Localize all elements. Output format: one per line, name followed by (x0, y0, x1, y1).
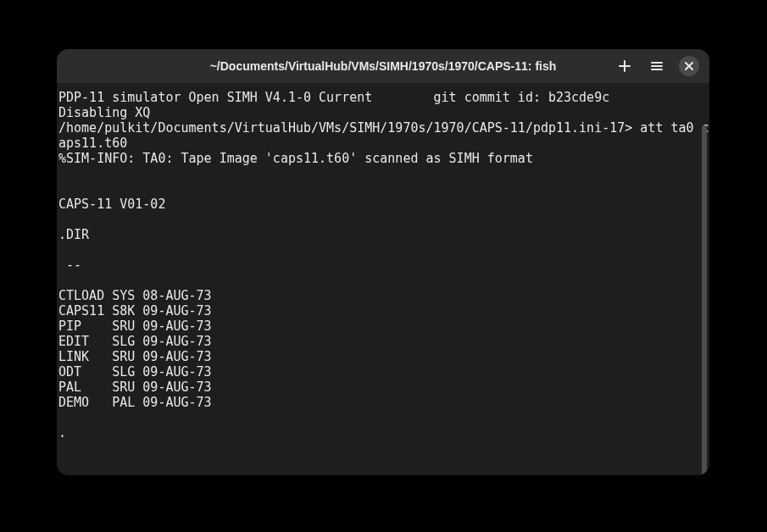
titlebar-controls (614, 56, 699, 76)
hamburger-icon (650, 59, 664, 73)
output-line: /home/pulkit/Documents/VirtualHub/VMs/SI… (58, 120, 709, 136)
titlebar[interactable]: ~/Documents/VirtualHub/VMs/SIMH/1970s/19… (57, 49, 709, 83)
output-line: aps11.t60 (58, 136, 127, 151)
output-line: PAL SRU 09-AUG-73 (58, 380, 212, 395)
close-button[interactable] (679, 56, 699, 76)
output-line: CAPS-11 V01-02 (58, 197, 165, 212)
output-line: -- (58, 258, 81, 273)
output-line: CAPS11 S8K 09-AUG-73 (58, 303, 212, 319)
output-line: ODT SLG 09-AUG-73 (58, 364, 212, 380)
output-line: DEMO PAL 09-AUG-73 (58, 395, 212, 410)
new-tab-button[interactable] (614, 56, 635, 76)
scrollbar-thumb[interactable] (702, 125, 707, 475)
output-line: PIP SRU 09-AUG-73 (58, 319, 212, 334)
terminal-output: PDP-11 simulator Open SIMH V4.1-0 Curren… (58, 90, 709, 441)
menu-button[interactable] (647, 56, 667, 76)
output-line: CTLOAD SYS 08-AUG-73 (58, 288, 212, 303)
terminal-body[interactable]: PDP-11 simulator Open SIMH V4.1-0 Curren… (57, 83, 709, 475)
output-line: PDP-11 simulator Open SIMH V4.1-0 Curren… (58, 90, 609, 105)
output-line: %SIM-INFO: TA0: Tape Image 'caps11.t60' … (58, 151, 533, 166)
plus-icon (618, 59, 631, 73)
output-line: LINK SRU 09-AUG-73 (58, 349, 212, 364)
output-line: Disabling XQ (58, 105, 150, 120)
terminal-window: ~/Documents/VirtualHub/VMs/SIMH/1970s/19… (57, 49, 709, 475)
output-line: . (58, 425, 66, 441)
close-icon (684, 61, 694, 71)
output-line: EDIT SLG 09-AUG-73 (58, 334, 212, 349)
window-title: ~/Documents/VirtualHub/VMs/SIMH/1970s/19… (67, 59, 699, 73)
output-line: .DIR (58, 227, 89, 242)
